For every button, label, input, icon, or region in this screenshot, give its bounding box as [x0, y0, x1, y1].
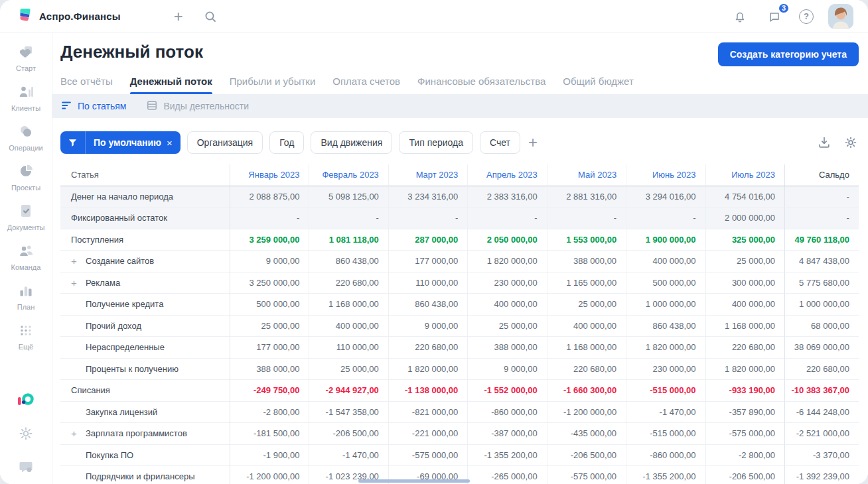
value-cell: -1 470,00	[626, 402, 705, 424]
active-filter-label: По умолчанию	[86, 137, 165, 148]
tab-5[interactable]: Общий бюджет	[563, 76, 634, 94]
column-header-1[interactable]: Январь 2023	[230, 164, 309, 186]
table-row[interactable]: Нераспределенные177 000,00110 000,00220 …	[60, 337, 859, 359]
value-cell: 400 000,00	[626, 251, 705, 272]
table-row[interactable]: Прочий доход25 000,00400 000,009 000,002…	[60, 316, 859, 337]
value-cell: 110 000,00	[388, 272, 467, 294]
active-filter-chip[interactable]: По умолчанию ×	[60, 131, 181, 154]
expand-row-icon[interactable]: +	[71, 255, 86, 267]
app-colored-logo-icon[interactable]	[17, 393, 35, 408]
filter-button-3[interactable]: Тип периода	[399, 131, 473, 154]
table-row[interactable]: Списания-249 750,00-2 944 927,00-1 138 0…	[60, 380, 859, 402]
column-header-8: Сальдо	[784, 164, 859, 186]
value-cell: -1 547 358,00	[309, 402, 388, 424]
column-header-7[interactable]: Июль 2023	[705, 164, 784, 186]
add-filter-button[interactable]: +	[528, 135, 538, 151]
table-row[interactable]: +Реклама3 250 000,00220 680,00110 000,00…	[60, 272, 859, 294]
value-cell: -1 138 000,00	[388, 380, 467, 402]
value-cell: 5 098 125,00	[309, 186, 388, 208]
value-cell: -1 660 300,00	[547, 380, 626, 402]
expand-row-icon[interactable]: +	[71, 277, 86, 288]
table-row[interactable]: Покупка ПО-1 900,00-1 470,00-575 000,00-…	[60, 445, 859, 467]
settings-gear-icon[interactable]	[18, 426, 34, 442]
expand-row-icon[interactable]: +	[71, 428, 86, 439]
user-avatar[interactable]	[828, 4, 853, 29]
value-cell: -	[547, 208, 626, 229]
search-icon[interactable]	[200, 7, 220, 27]
value-cell: 220 680,00	[388, 337, 467, 359]
sidebar-item-label: Команда	[11, 263, 41, 271]
value-cell: -249 750,00	[230, 380, 309, 402]
value-cell: 300 000,00	[705, 272, 784, 294]
row-label-cell: Фиксированный остаток	[60, 208, 230, 229]
saldo-cell: -	[784, 208, 859, 229]
by-items-icon	[60, 99, 72, 113]
clients-icon	[18, 84, 34, 102]
sidebar-item-clients[interactable]: Клиенты	[11, 84, 40, 112]
value-cell: 2 000 000,00	[705, 208, 784, 229]
table-row[interactable]: Поступления3 259 000,001 081 118,00287 0…	[60, 229, 859, 251]
value-cell: 3 250 000,00	[230, 272, 309, 294]
value-cell: 388 000,00	[547, 251, 626, 272]
table-row[interactable]: Проценты к получению388 000,0025 000,001…	[60, 359, 859, 381]
column-header-2[interactable]: Февраль 2023	[309, 164, 388, 186]
value-cell: 1 820 000,00	[705, 359, 784, 381]
row-label-cell: +Реклама	[60, 272, 230, 294]
row-label: Получение кредита	[86, 299, 163, 309]
row-label-cell: Прочий доход	[60, 316, 230, 337]
sidebar-item-operations[interactable]: Операции	[9, 123, 42, 152]
table-row[interactable]: Денег на начало периода2 088 875,005 098…	[60, 186, 859, 208]
value-cell: 1 168 000,00	[309, 294, 388, 316]
sidebar-item-plan[interactable]: План	[17, 282, 35, 311]
tab-1[interactable]: Денежный поток	[130, 76, 212, 94]
table-settings-gear-icon[interactable]	[843, 135, 859, 151]
help-icon[interactable]: ?	[799, 9, 814, 24]
tab-0[interactable]: Все отчёты	[60, 76, 113, 94]
saldo-cell: 1 000 000,00	[784, 294, 859, 316]
column-header-3[interactable]: Март 2023	[388, 164, 467, 186]
notifications-bell-icon[interactable]	[730, 7, 750, 27]
value-cell: 2 881 316,00	[547, 186, 626, 208]
table-row[interactable]: +Создание сайтов9 000,00860 438,00177 00…	[60, 251, 859, 272]
sidebar-item-projects[interactable]: Проекты	[11, 163, 40, 192]
filter-button-1[interactable]: Год	[269, 131, 304, 154]
tab-2[interactable]: Прибыли и убытки	[230, 76, 316, 94]
value-cell: -933 190,00	[705, 380, 784, 402]
view-tab-activity-types[interactable]: Виды деятельности	[146, 99, 249, 113]
table-row[interactable]: +Зарплата программистов-181 500,00-206 5…	[60, 423, 859, 445]
tab-3[interactable]: Оплата счетов	[332, 76, 400, 94]
sidebar-item-team[interactable]: Команда	[11, 243, 41, 271]
table-row[interactable]: Фиксированный остаток------2 000 000,00-	[60, 208, 859, 229]
support-chat-icon[interactable]	[18, 459, 34, 475]
value-cell: 110 000,00	[309, 337, 388, 359]
filter-button-2[interactable]: Вид движения	[311, 131, 392, 154]
table-row[interactable]: Получение кредита500 000,001 168 000,008…	[60, 294, 859, 316]
quick-add-button[interactable]: +	[169, 7, 188, 27]
horizontal-scrollbar-thumb[interactable]	[358, 479, 470, 483]
value-cell: 860 438,00	[388, 294, 467, 316]
value-cell: 1 081 118,00	[309, 229, 388, 251]
value-cell: 1 000 000,00	[626, 294, 705, 316]
column-header-6[interactable]: Июнь 2023	[626, 164, 705, 186]
clear-filter-icon[interactable]: ×	[165, 137, 181, 149]
filter-button-4[interactable]: Счет	[480, 131, 520, 154]
view-tab-by-items[interactable]: По статьям	[60, 99, 126, 113]
column-header-5[interactable]: Май 2023	[547, 164, 626, 186]
table-row[interactable]: Закупка лицензий-2 800,00-1 547 358,00-8…	[60, 402, 859, 424]
filter-button-0[interactable]: Организация	[187, 131, 263, 154]
create-category-button[interactable]: Создать категорию учета	[718, 42, 859, 66]
tab-4[interactable]: Финансовые обязательства	[417, 76, 545, 94]
messages-icon[interactable]: 3	[764, 7, 784, 27]
row-label: Поступления	[71, 235, 123, 245]
export-download-icon[interactable]	[816, 135, 832, 151]
sidebar-item-start[interactable]: Старт	[16, 44, 36, 72]
value-cell: 500 000,00	[626, 272, 705, 294]
filter-buttons: ОрганизацияГодВид движенияТип периодаСче…	[187, 131, 520, 154]
sidebar-item-more[interactable]: Ещё	[18, 322, 34, 351]
row-label-cell: Подрядчики и фрилансеры	[60, 466, 230, 484]
sidebar-nav: СтартКлиентыОперацииПроектыДокументыКома…	[7, 44, 45, 362]
filter-bar: По умолчанию × ОрганизацияГодВид движени…	[60, 131, 859, 154]
column-header-4[interactable]: Апрель 2023	[467, 164, 546, 186]
value-cell: -515 000,00	[626, 423, 705, 445]
sidebar-item-documents[interactable]: Документы	[7, 203, 45, 231]
